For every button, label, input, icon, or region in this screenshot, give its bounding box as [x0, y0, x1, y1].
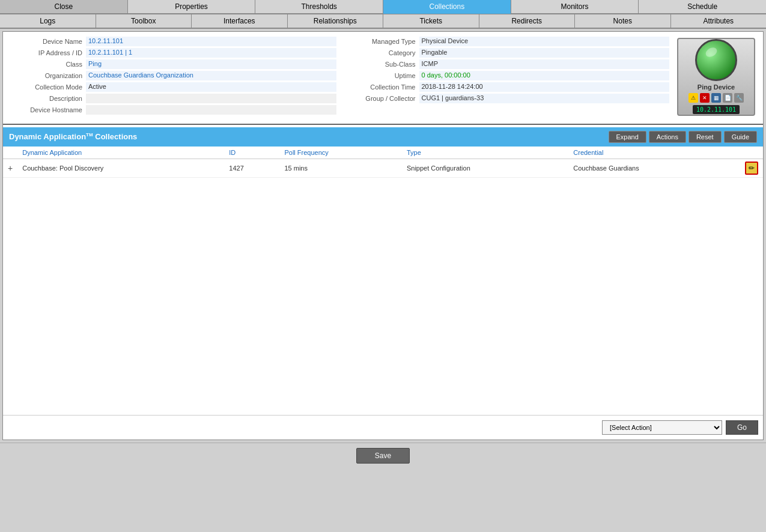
nav-tab-properties[interactable]: Properties — [128, 0, 256, 14]
ping-icons: ⚠ ✕ ▦ 📄 🔧 — [688, 93, 744, 103]
action-select[interactable]: [Select Action] — [602, 420, 722, 435]
save-button[interactable]: Save — [356, 448, 410, 464]
nav-tab-schedule[interactable]: Schedule — [639, 0, 766, 14]
device-info-center: Managed TypePhysical DeviceCategoryPinga… — [341, 37, 670, 116]
th-poll-frequency[interactable]: Poll Frequency — [279, 147, 402, 159]
section-btn-guide[interactable]: Guide — [724, 131, 757, 143]
info-label: Group / Collector — [341, 95, 419, 102]
info-label: Collection Mode — [8, 83, 86, 91]
nav-tab-notes[interactable]: Notes — [575, 14, 671, 28]
ping-label: Ping Device — [698, 83, 735, 91]
nav-tab-interfaces[interactable]: Interfaces — [192, 14, 288, 28]
save-bar: Save — [0, 443, 766, 468]
info-row: CategoryPingable — [341, 48, 670, 58]
info-value: Active — [86, 82, 336, 92]
info-value: 0 days, 00:00:00 — [419, 71, 670, 80]
nav-tab-logs[interactable]: Logs — [0, 14, 96, 28]
info-row: Device Hostname — [8, 105, 336, 115]
nav-tab-redirects[interactable]: Redirects — [479, 14, 576, 28]
th-dynamic-app[interactable]: Dynamic Application — [17, 147, 224, 159]
info-value: CUG1 | guardians-33 — [419, 94, 670, 103]
info-label: Class — [8, 61, 86, 68]
doc-icon: 📄 — [723, 93, 732, 103]
edit-button[interactable]: ✏ — [745, 162, 758, 175]
info-label: Device Hostname — [8, 106, 86, 113]
section-header: Dynamic ApplicationTM Collections Expand… — [3, 127, 763, 147]
info-value — [86, 105, 336, 115]
ping-ip: 10.2.11.101 — [693, 105, 740, 114]
th-actions — [740, 147, 763, 159]
tool-icon: 🔧 — [734, 93, 744, 103]
ping-circle — [695, 39, 737, 81]
alert-icon: ✕ — [700, 93, 710, 103]
info-value — [86, 94, 336, 103]
app-id: 1427 — [224, 159, 279, 178]
nav-tab-thresholds[interactable]: Thresholds — [255, 0, 383, 14]
info-value: 2018-11-28 14:24:00 — [419, 82, 670, 92]
ping-widget: Ping Device ⚠ ✕ ▦ 📄 🔧 10.2.11.101 — [677, 38, 755, 116]
table-header-row: Dynamic Application ID Poll Frequency Ty… — [3, 147, 763, 159]
add-cell: + — [3, 159, 17, 178]
edit-cell: ✏ — [740, 159, 763, 178]
nav-row2: LogsToolboxInterfacesRelationshipsTicket… — [0, 14, 766, 29]
app-type: Snippet Configuration — [402, 159, 568, 178]
warning-icon: ⚠ — [688, 93, 698, 103]
th-id[interactable]: ID — [224, 147, 279, 159]
poll-frequency: 15 mins — [279, 159, 402, 178]
info-row: Device Name10.2.11.101 — [8, 37, 336, 46]
info-label: Category — [341, 49, 419, 56]
info-label: Organization — [8, 72, 86, 79]
nav-tab-toolbox[interactable]: Toolbox — [96, 14, 192, 28]
nav-row1: ClosePropertiesThresholdsCollectionsMoni… — [0, 0, 766, 14]
info-value: 10.2.11.101 | 1 — [86, 48, 336, 58]
device-info-left: Device Name10.2.11.101IP Address / ID10.… — [8, 37, 336, 116]
section-btn-expand[interactable]: Expand — [609, 131, 646, 143]
info-row: ClassPing — [8, 59, 336, 69]
info-value: Pingable — [419, 48, 670, 58]
section-btn-reset[interactable]: Reset — [688, 131, 722, 143]
info-label: Collection Time — [341, 83, 419, 91]
info-row: Collection Time2018-11-28 14:24:00 — [341, 82, 670, 92]
info-value: ICMP — [419, 59, 670, 69]
nav-tab-tickets[interactable]: Tickets — [383, 14, 479, 28]
info-row: Collection ModeActive — [8, 82, 336, 92]
info-value: 10.2.11.101 — [86, 37, 336, 46]
info-label: Description — [8, 95, 86, 102]
info-label: Sub-Class — [341, 61, 419, 68]
collections-area: Dynamic ApplicationTM Collections Expand… — [3, 127, 763, 440]
app-name: Couchbase: Pool Discovery — [17, 159, 224, 178]
info-row: IP Address / ID10.2.11.101 | 1 — [8, 48, 336, 58]
info-row: Group / CollectorCUG1 | guardians-33 — [341, 94, 670, 103]
device-info: Device Name10.2.11.101IP Address / ID10.… — [3, 32, 763, 121]
section-header-buttons: ExpandActionsResetGuide — [609, 131, 758, 143]
info-row: Description — [8, 94, 336, 103]
info-label: Uptime — [341, 72, 419, 79]
go-button[interactable]: Go — [726, 420, 758, 435]
nav-tab-collections[interactable]: Collections — [383, 0, 511, 14]
nav-tab-attributes[interactable]: Attributes — [671, 14, 767, 28]
th-credential[interactable]: Credential — [568, 147, 740, 159]
section-title: Dynamic ApplicationTM Collections — [9, 132, 137, 141]
chart-icon: ▦ — [711, 93, 721, 103]
info-label: Managed Type — [341, 38, 419, 45]
info-value: Physical Device — [419, 37, 670, 46]
info-row: OrganizationCouchbase Guardians Organiza… — [8, 71, 336, 80]
nav-tab-close[interactable]: Close — [0, 0, 128, 14]
trademark-sup: TM — [86, 132, 93, 138]
main-content: Device Name10.2.11.101IP Address / ID10.… — [2, 31, 764, 440]
nav-tab-relationships[interactable]: Relationships — [288, 14, 384, 28]
nav-tab-monitors[interactable]: Monitors — [511, 0, 639, 14]
table-row: +Couchbase: Pool Discovery142715 minsSni… — [3, 159, 763, 178]
device-info-right: Ping Device ⚠ ✕ ▦ 📄 🔧 10.2.11.101 — [674, 37, 758, 116]
info-row: Uptime0 days, 00:00:00 — [341, 71, 670, 80]
info-value: Couchbase Guardians Organization — [86, 71, 336, 80]
info-row: Managed TypePhysical Device — [341, 37, 670, 46]
section-btn-actions[interactable]: Actions — [649, 131, 686, 143]
table-area: Dynamic Application ID Poll Frequency Ty… — [3, 147, 763, 415]
th-type[interactable]: Type — [402, 147, 568, 159]
info-label: Device Name — [8, 38, 86, 45]
divider — [3, 124, 763, 125]
info-value: Ping — [86, 59, 336, 69]
info-label: IP Address / ID — [8, 49, 86, 56]
add-icon[interactable]: + — [8, 163, 13, 173]
